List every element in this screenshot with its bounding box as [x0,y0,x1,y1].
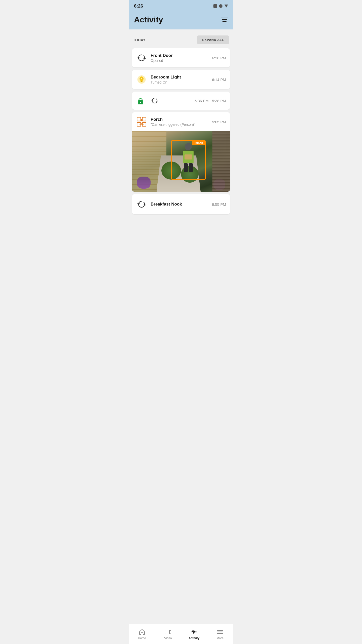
today-row: TODAY EXPAND ALL [132,33,230,48]
activity-card-front-door[interactable]: Front Door Opened 6:26 PM [132,48,230,67]
card-name: Bedroom Light [151,75,208,80]
status-icons [213,4,228,8]
person-torso [183,151,194,163]
partial-row: Breakfast Nook 9:55 PM [132,194,230,214]
card-time: 6:14 PM [212,77,226,82]
activity-card-bedroom-light[interactable]: Bedroom Light Turned On 6:14 PM [132,70,230,89]
camera-image[interactable]: Person [132,131,230,192]
flowers-left [137,177,151,189]
filter-line-1 [221,18,228,18]
filter-button[interactable] [221,18,228,22]
nav-label-activity: Activity [189,636,199,640]
svg-rect-11 [142,117,146,121]
signal-square-icon [213,4,217,8]
page-title: Activity [134,15,163,24]
status-time: 6:26 [134,4,143,9]
person-legs [184,163,193,172]
card-row: - 5:36 PM - 5:38 PM [132,92,230,110]
nav-label-video: Video [164,636,172,640]
card-row: Front Door Opened 6:26 PM [132,48,230,67]
card-time: 6:26 PM [212,56,226,60]
card-text-breakfast: Breakfast Nook [151,202,208,207]
signal-circle-icon [219,4,222,8]
content-area: TODAY EXPAND ALL Front Door Opened 6:26 … [129,29,233,239]
header: Activity [129,11,233,29]
lock-sync-icons: - [136,96,158,105]
card-time-breakfast: 9:55 PM [212,202,226,207]
card-status: Opened [151,59,208,63]
card-status: "Camera-triggered (Person)" [151,123,208,127]
bulb-icon [136,74,147,85]
card-time-lock: 5:36 PM - 5:38 PM [195,99,226,103]
filter-line-2 [222,19,227,20]
video-icon [164,628,171,635]
nav-item-video[interactable]: Video [155,624,181,644]
person-head [185,143,192,150]
svg-rect-9 [140,102,141,103]
sync-icon-breakfast [136,199,147,210]
sync-icon [136,52,147,63]
card-name: Front Door [151,53,208,58]
activity-card-porch[interactable]: Porch "Camera-triggered (Person)" 5:05 P… [132,112,230,192]
card-name: Porch [151,117,208,122]
card-status: Turned On [151,80,208,84]
detection-box: Person [171,140,206,180]
card-text-front-door: Front Door Opened [151,53,208,63]
activity-card-breakfast-nook[interactable]: Breakfast Nook 9:55 PM [132,194,230,214]
person-detect-icon [136,116,147,127]
svg-point-5 [141,78,142,79]
more-icon [216,628,223,635]
svg-rect-4 [141,82,142,83]
filter-line-3 [222,21,227,22]
card-time: 5:05 PM [212,120,226,124]
activity-card-lock-sync[interactable]: - 5:36 PM - 5:38 PM [132,92,230,110]
signal-triangle-icon [224,5,228,8]
card-name: Breakfast Nook [151,202,208,207]
expand-all-button[interactable]: EXPAND ALL [197,35,229,44]
card-row: Bedroom Light Turned On 6:14 PM [132,70,230,89]
bottom-nav: Home Video Activity More [129,624,233,644]
nav-item-more[interactable]: More [207,624,233,644]
activity-icon [191,628,198,635]
leg-right [189,163,193,172]
person-figure [177,143,200,179]
porch-scene: Person [132,131,230,192]
dash-separator: - [147,98,149,104]
package [185,154,192,159]
card-text-bedroom-light: Bedroom Light Turned On [151,75,208,84]
nav-item-activity[interactable]: Activity [181,624,207,644]
card-row: Porch "Camera-triggered (Person)" 5:05 P… [132,112,230,131]
nav-label-more: More [217,636,223,640]
status-bar: 6:26 [129,0,233,11]
svg-point-14 [141,119,143,121]
leg-left [184,163,188,172]
nav-label-home: Home [138,636,146,640]
today-label: TODAY [133,38,146,42]
lock-icon [136,96,145,105]
card-text-porch: Porch "Camera-triggered (Person)" [151,117,208,127]
sync-icon-small [151,97,158,104]
stone-wall [212,131,230,192]
nav-item-home[interactable]: Home [129,624,155,644]
svg-rect-10 [137,117,141,121]
home-icon [139,628,146,635]
svg-rect-15 [165,630,169,634]
